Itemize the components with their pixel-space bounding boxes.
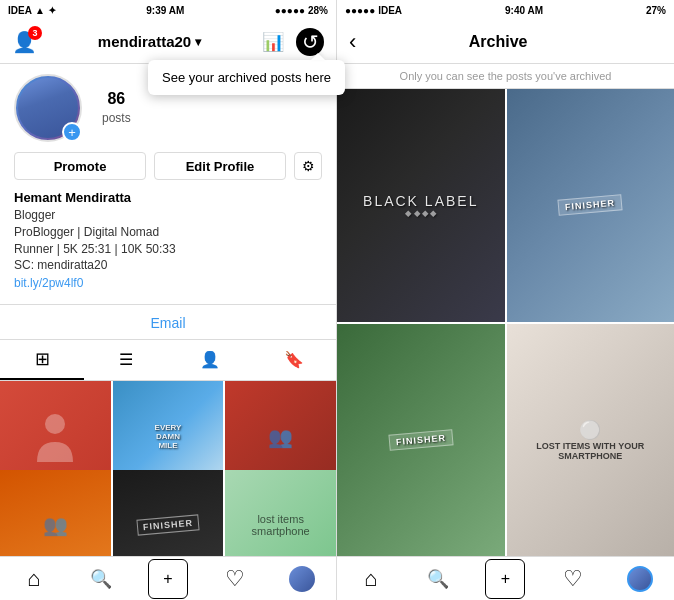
photo-5: FINISHER — [113, 470, 224, 556]
posts-count: 86 — [102, 90, 131, 108]
bookmark-icon: 🔖 — [284, 350, 304, 369]
time-left: 9:39 AM — [146, 5, 184, 16]
nav-avatar — [289, 566, 315, 592]
status-right-right-section: 27% — [646, 5, 666, 16]
bio-line4: SC: mendiratta20 — [14, 257, 322, 274]
status-bar-left: IDEA ▲ ✦ 9:39 AM ●●●●● 28% — [0, 0, 336, 20]
signal-dots-right: ●●●●● — [345, 5, 375, 16]
wifi-icon: ▲ — [35, 5, 45, 16]
photo-cell[interactable]: 👥 — [0, 470, 111, 556]
archive-cell[interactable]: ⚪ LOST ITEMS WITH YOUR SMARTPHONE — [507, 324, 675, 557]
archive-photo-3: FINISHER — [337, 324, 505, 557]
header-right: 📊 ↺ — [262, 28, 324, 56]
grid-icon: ⊞ — [35, 348, 50, 370]
person-icon: 👤 — [200, 350, 220, 369]
notification-badge: 3 — [28, 26, 42, 40]
profile-stats: 86 posts — [102, 90, 131, 126]
edit-profile-button[interactable]: Edit Profile — [154, 152, 286, 180]
svg-point-0 — [45, 414, 65, 434]
nav-heart[interactable]: ♡ — [215, 559, 255, 599]
bt-icon: ✦ — [48, 5, 56, 16]
archive-subtitle: Only you can see the posts you've archiv… — [337, 64, 674, 89]
nav-profile[interactable] — [282, 559, 322, 599]
battery-right: 27% — [646, 5, 666, 16]
bio-line3: Runner | 5K 25:31 | 10K 50:33 — [14, 241, 322, 258]
nav-avatar-right — [627, 566, 653, 592]
nav-home-right[interactable]: ⌂ — [351, 559, 391, 599]
profile-name: Hemant Mendiratta — [14, 190, 322, 205]
nav-profile-right[interactable] — [620, 559, 660, 599]
bottom-nav-right: ⌂ 🔍 + ♡ — [337, 556, 674, 600]
profile-tabs: ⊞ ☰ 👤 🔖 — [0, 340, 336, 381]
person-silhouette — [35, 412, 75, 462]
bio-line2: ProBlogger | Digital Nomad — [14, 224, 322, 241]
status-right-left: ●●●●● 28% — [275, 5, 328, 16]
archive-cell[interactable]: BLACK LABEL ◆ ◆ ◆ ◆ — [337, 89, 505, 322]
nav-search[interactable]: 🔍 — [81, 559, 121, 599]
archive-header: ‹ Archive — [337, 20, 674, 64]
tab-list[interactable]: ☰ — [84, 340, 168, 380]
archive-cell[interactable]: FINISHER — [507, 89, 675, 322]
left-panel: IDEA ▲ ✦ 9:39 AM ●●●●● 28% 👤 3 mendiratt… — [0, 0, 337, 600]
stats-icon[interactable]: 📊 — [262, 31, 284, 53]
photo-cell[interactable]: FINISHER — [113, 470, 224, 556]
tab-tagged[interactable]: 👤 — [168, 340, 252, 380]
photo-6: lost items smartphone — [225, 470, 336, 556]
photo-4: 👥 — [0, 470, 111, 556]
archive-photo-4: ⚪ LOST ITEMS WITH YOUR SMARTPHONE — [507, 324, 675, 557]
tab-grid[interactable]: ⊞ — [0, 340, 84, 380]
profile-header: 👤 3 mendiratta20 ▾ 📊 ↺ — [0, 20, 336, 64]
nav-home[interactable]: ⌂ — [14, 559, 54, 599]
status-right-left-section: ●●●●● IDEA — [345, 5, 402, 16]
settings-button[interactable]: ⚙ — [294, 152, 322, 180]
profile-link[interactable]: bit.ly/2pw4lf0 — [14, 276, 322, 290]
list-icon: ☰ — [119, 350, 133, 369]
photo-cell[interactable]: lost items smartphone — [225, 470, 336, 556]
nav-heart-right[interactable]: ♡ — [553, 559, 593, 599]
archive-photo-2: FINISHER — [507, 89, 675, 322]
right-panel: ●●●●● IDEA 9:40 AM 27% ‹ Archive Only yo… — [337, 0, 674, 600]
photo-grid: EVERYDAMNMILE 28:07 5:01 KM 👥 5:15' 👥 FI… — [0, 381, 336, 556]
status-bar-right: ●●●●● IDEA 9:40 AM 27% — [337, 0, 674, 20]
username-dropdown[interactable]: mendiratta20 ▾ — [98, 33, 201, 50]
bio-line1: Blogger — [14, 207, 322, 224]
status-left: IDEA ▲ ✦ — [8, 5, 56, 16]
nav-search-right[interactable]: 🔍 — [418, 559, 458, 599]
carrier-right: IDEA — [378, 5, 402, 16]
avatar-wrap: + — [14, 74, 82, 142]
archive-grid: BLACK LABEL ◆ ◆ ◆ ◆ FINISHER FINISHER — [337, 89, 674, 556]
archive-icon[interactable]: ↺ — [296, 28, 324, 56]
archive-cell[interactable]: FINISHER — [337, 324, 505, 557]
carrier-left: IDEA — [8, 5, 32, 16]
finisher-badge: FINISHER — [558, 194, 623, 216]
add-user-button[interactable]: 👤 3 — [12, 30, 37, 54]
tab-saved[interactable]: 🔖 — [252, 340, 336, 380]
signal-icon-left: ●●●●● — [275, 5, 305, 16]
profile-section: + 86 posts Promote Edit Profile ⚙ Hemant… — [0, 64, 336, 296]
nav-add-right[interactable]: + — [485, 559, 525, 599]
dropdown-icon: ▾ — [195, 35, 201, 49]
posts-stat: 86 posts — [102, 90, 131, 126]
bottom-nav-left: ⌂ 🔍 + ♡ — [0, 556, 336, 600]
profile-actions: Promote Edit Profile ⚙ — [14, 152, 322, 180]
avatar-plus-button[interactable]: + — [62, 122, 82, 142]
time-right: 9:40 AM — [505, 5, 543, 16]
nav-add[interactable]: + — [148, 559, 188, 599]
promote-button[interactable]: Promote — [14, 152, 146, 180]
posts-label: posts — [102, 111, 131, 125]
finisher-badge-2: FINISHER — [388, 429, 453, 451]
email-button[interactable]: Email — [0, 304, 336, 340]
username-label: mendiratta20 — [98, 33, 191, 50]
profile-top: + 86 posts — [14, 74, 322, 142]
back-button[interactable]: ‹ — [349, 29, 356, 55]
battery-left: 28% — [308, 5, 328, 16]
header-left: 👤 3 — [12, 30, 37, 54]
archive-title: Archive — [356, 33, 640, 51]
archive-photo-1: BLACK LABEL ◆ ◆ ◆ ◆ — [337, 89, 505, 322]
